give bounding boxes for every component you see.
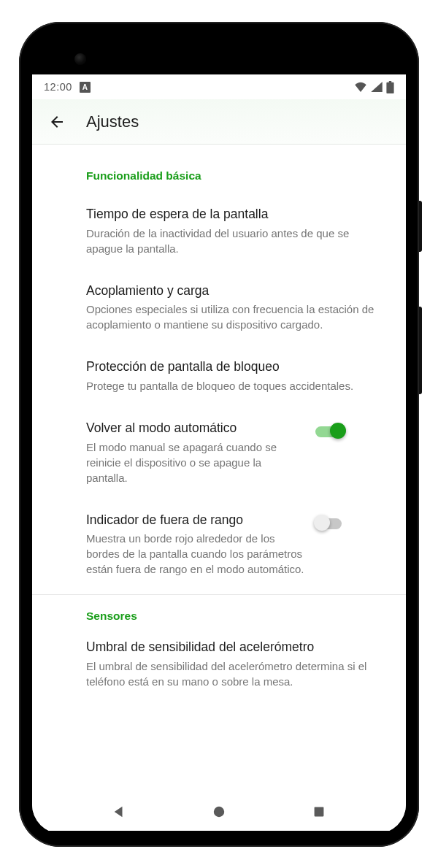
setting-out-of-range-indicator[interactable]: Indicador de fuera de rango Muestra un b… xyxy=(32,499,406,591)
toggle-out-of-range-indicator[interactable] xyxy=(315,515,345,532)
status-time: 12:00 xyxy=(44,81,72,93)
wifi-icon xyxy=(354,82,367,92)
battery-icon xyxy=(386,81,394,93)
triangle-back-icon xyxy=(112,805,126,818)
setting-desc: Protege tu pantalla de bloqueo de toques… xyxy=(86,378,384,393)
setting-desc: Opciones especiales si utiliza con frecu… xyxy=(86,302,384,332)
section-label-sensors: Sensores xyxy=(32,595,406,633)
svg-rect-1 xyxy=(315,807,324,817)
setting-docking-charging[interactable]: Acoplamiento y carga Opciones especiales… xyxy=(32,269,406,346)
phone-frame: 12:00 A Ajustes Funcionalidad básica xyxy=(19,22,419,847)
nav-back-button[interactable] xyxy=(96,797,142,826)
cell-signal-icon xyxy=(371,82,383,92)
circle-home-icon xyxy=(212,805,226,818)
setting-desc: Duración de la inactividad del usuario a… xyxy=(86,226,384,256)
setting-return-auto-mode[interactable]: Volver al modo automático El modo manual… xyxy=(32,407,406,499)
toggle-return-auto-mode[interactable] xyxy=(315,423,345,440)
switch-thumb xyxy=(330,423,346,439)
keyboard-indicator-icon: A xyxy=(80,82,91,93)
setting-desc: Muestra un borde rojo alrededor de los b… xyxy=(86,531,305,577)
app-bar: Ajustes xyxy=(32,99,406,145)
setting-title: Tiempo de espera de la pantalla xyxy=(86,206,384,223)
setting-title: Acoplamiento y carga xyxy=(86,283,384,300)
setting-screen-timeout[interactable]: Tiempo de espera de la pantalla Duración… xyxy=(32,193,406,269)
screen: 12:00 A Ajustes Funcionalidad básica xyxy=(32,74,406,831)
settings-content[interactable]: Funcionalidad básica Tiempo de espera de… xyxy=(32,145,406,793)
status-bar: 12:00 A xyxy=(32,74,406,99)
setting-desc: El umbral de sensibilidad del acelerómet… xyxy=(86,658,384,689)
nav-home-button[interactable] xyxy=(196,797,242,826)
arrow-back-icon xyxy=(48,113,66,131)
nav-recents-button[interactable] xyxy=(296,797,342,826)
square-recents-icon xyxy=(313,806,325,818)
back-button[interactable] xyxy=(41,106,73,138)
setting-accelerometer-threshold[interactable]: Umbral de sensibilidad del acelerómetro … xyxy=(32,633,406,702)
setting-desc: El modo manual se apagará cuando se rein… xyxy=(86,439,305,485)
status-right xyxy=(354,81,394,93)
hardware-button xyxy=(419,201,422,252)
screen-wrap: 12:00 A Ajustes Funcionalidad básica xyxy=(32,35,406,834)
switch-thumb xyxy=(314,515,330,531)
hardware-button xyxy=(419,307,422,394)
section-label-basic: Funcionalidad básica xyxy=(32,155,406,193)
front-camera xyxy=(74,53,86,65)
setting-title: Indicador de fuera de rango xyxy=(86,512,305,529)
setting-lockscreen-protection[interactable]: Protección de pantalla de bloqueo Proteg… xyxy=(32,345,406,407)
svg-point-0 xyxy=(214,807,224,817)
setting-title: Volver al modo automático xyxy=(86,420,305,437)
navigation-bar xyxy=(32,793,406,831)
setting-title: Umbral de sensibilidad del acelerómetro xyxy=(86,639,384,656)
page-title: Ajustes xyxy=(86,112,139,131)
setting-title: Protección de pantalla de bloqueo xyxy=(86,358,384,376)
